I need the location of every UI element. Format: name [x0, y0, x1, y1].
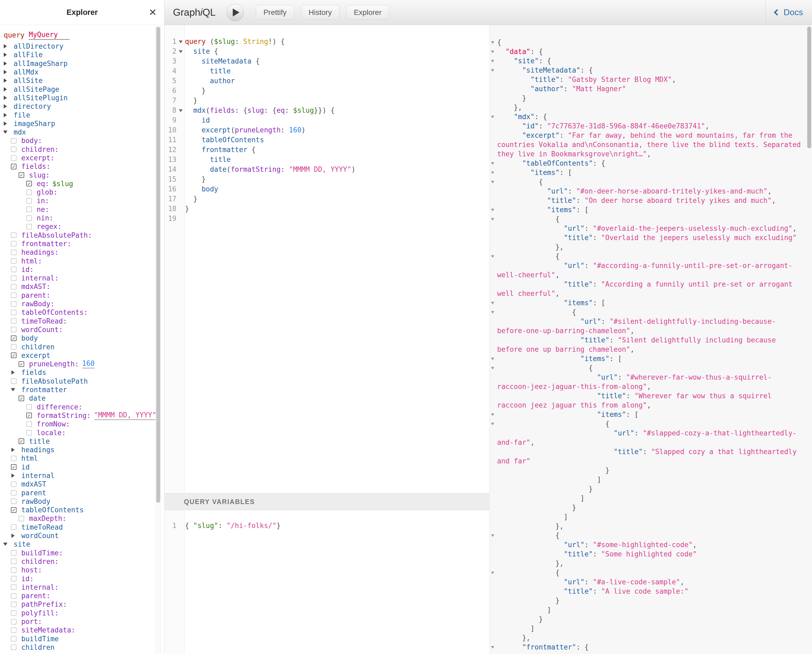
editor-line[interactable]: 3 siteMetadata {	[165, 57, 490, 66]
explorer-row-internal[interactable]: internal:	[0, 583, 155, 591]
editor-line[interactable]: 19	[165, 214, 490, 223]
field-checkbox[interactable]	[11, 258, 20, 264]
explorer-row-rawBody[interactable]: rawBody:	[0, 299, 155, 308]
checkbox-checked-icon[interactable]: ✓	[11, 464, 17, 470]
explorer-row-id[interactable]: id:	[0, 265, 155, 274]
field-checkbox[interactable]: ✓	[18, 172, 27, 178]
explorer-row-parent[interactable]: parent:	[0, 291, 155, 299]
explorer-row-children[interactable]: children	[0, 342, 155, 351]
checkbox-checked-icon[interactable]: ✓	[18, 172, 24, 178]
checkbox-unchecked-icon[interactable]	[11, 576, 17, 581]
checkbox-unchecked-icon[interactable]	[11, 241, 17, 246]
field-checkbox[interactable]	[26, 422, 35, 427]
checkbox-unchecked-icon[interactable]	[26, 189, 32, 195]
expand-toggle[interactable]	[11, 370, 20, 374]
field-label[interactable]: fileAbsolutePath:	[21, 231, 92, 239]
history-button[interactable]: History	[301, 5, 339, 20]
prettify-button[interactable]: Prettify	[256, 5, 294, 20]
explorer-row-pruneLength[interactable]: ✓pruneLength:160	[0, 360, 155, 368]
field-label[interactable]: file	[14, 111, 30, 119]
explorer-row-file[interactable]: file	[0, 111, 155, 119]
field-label[interactable]: difference:	[37, 403, 82, 411]
collapse-toggle[interactable]	[11, 388, 20, 391]
result-scrollbar-thumb[interactable]	[807, 27, 811, 148]
field-label[interactable]: tableOfContents:	[21, 309, 88, 316]
explorer-row-children[interactable]: children:	[0, 145, 155, 154]
field-checkbox[interactable]: ✓	[18, 439, 27, 444]
checkbox-unchecked-icon[interactable]	[11, 318, 17, 324]
field-label[interactable]: allImageSharp	[14, 60, 68, 67]
checkbox-unchecked-icon[interactable]	[18, 516, 24, 521]
checkbox-checked-icon[interactable]: ✓	[11, 507, 17, 513]
field-label[interactable]: fields:	[21, 162, 50, 170]
expand-toggle[interactable]	[11, 533, 20, 538]
explorer-row-buildTime[interactable]: buildTime	[0, 634, 155, 643]
checkbox-unchecked-icon[interactable]	[11, 155, 17, 161]
field-label[interactable]: pruneLength:	[29, 360, 79, 368]
explorer-row-body[interactable]: body:	[0, 136, 155, 145]
editor-line[interactable]: 16 body	[165, 184, 490, 194]
field-checkbox[interactable]	[11, 284, 20, 289]
explorer-row-fields[interactable]: fields	[0, 368, 155, 377]
field-label[interactable]: timeToRead:	[21, 317, 67, 325]
explorer-row-buildTime[interactable]: buildTime:	[0, 549, 155, 557]
field-label[interactable]: rawBody:	[21, 300, 55, 308]
checkbox-unchecked-icon[interactable]	[11, 481, 17, 487]
expand-toggle[interactable]	[3, 61, 12, 66]
editor-line[interactable]: 2 site {	[165, 46, 490, 57]
explorer-row-allFile[interactable]: allFile	[0, 50, 155, 59]
field-checkbox[interactable]	[11, 602, 20, 607]
explorer-row-allSitePage[interactable]: allSitePage	[0, 85, 155, 93]
expand-toggle[interactable]	[3, 78, 12, 83]
checkbox-checked-icon[interactable]: ✓	[26, 413, 32, 418]
field-checkbox[interactable]	[11, 267, 20, 272]
checkbox-unchecked-icon[interactable]	[26, 224, 32, 229]
fold-arrow-icon[interactable]	[490, 177, 497, 186]
field-checkbox[interactable]: ✓	[11, 336, 20, 341]
expand-toggle[interactable]	[3, 104, 12, 108]
fold-arrow-icon[interactable]	[490, 252, 497, 261]
execute-button[interactable]	[227, 4, 244, 21]
explorer-row-html[interactable]: html:	[0, 257, 155, 265]
fold-arrow-icon[interactable]	[490, 168, 497, 177]
explorer-row-html[interactable]: html	[0, 454, 155, 463]
field-label[interactable]: host:	[21, 566, 42, 574]
checkbox-unchecked-icon[interactable]	[11, 378, 17, 384]
field-label[interactable]: locale:	[37, 429, 66, 437]
field-label[interactable]: site	[14, 540, 30, 548]
vars-line[interactable]: 1 { "slug": "/hi-folks/"}	[165, 521, 490, 531]
editor-line[interactable]: 13 title	[165, 155, 490, 165]
field-checkbox[interactable]	[11, 619, 20, 625]
field-label[interactable]: fileAbsolutePath	[21, 377, 88, 385]
field-label[interactable]: wordCount:	[21, 325, 63, 334]
checkbox-unchecked-icon[interactable]	[11, 267, 17, 272]
field-checkbox[interactable]	[26, 189, 35, 195]
field-label[interactable]: html	[21, 454, 38, 462]
field-label[interactable]: allSitePage	[14, 86, 59, 93]
fold-arrow-icon[interactable]	[490, 568, 497, 578]
field-checkbox[interactable]: ✓	[26, 181, 35, 186]
explorer-row-internal[interactable]: internal:	[0, 274, 155, 282]
fold-arrow-icon[interactable]	[177, 46, 185, 57]
checkbox-unchecked-icon[interactable]	[11, 498, 17, 504]
field-label[interactable]: port:	[21, 617, 42, 625]
checkbox-unchecked-icon[interactable]	[11, 275, 17, 281]
explorer-row-polyfill[interactable]: polyfill:	[0, 609, 155, 617]
field-label[interactable]: title	[29, 437, 50, 445]
field-checkbox[interactable]	[11, 378, 20, 384]
field-checkbox[interactable]	[11, 327, 20, 332]
editor-line[interactable]: 4 title	[165, 66, 490, 76]
explorer-row-allSite[interactable]: allSite	[0, 76, 155, 85]
explorer-row-regex[interactable]: regex:	[0, 222, 155, 231]
expand-toggle[interactable]	[3, 53, 12, 57]
field-checkbox[interactable]	[11, 344, 20, 350]
editor-line[interactable]: 12 frontmatter {	[165, 145, 490, 155]
arg-value[interactable]: $slug	[52, 180, 73, 188]
field-label[interactable]: mdx	[14, 128, 26, 136]
checkbox-checked-icon[interactable]: ✓	[11, 353, 17, 358]
explorer-row-id[interactable]: id:	[0, 574, 155, 583]
field-label[interactable]: eq:	[37, 180, 49, 188]
field-checkbox[interactable]	[11, 627, 20, 633]
field-label[interactable]: allDirectory	[14, 42, 64, 50]
field-checkbox[interactable]	[11, 636, 20, 642]
